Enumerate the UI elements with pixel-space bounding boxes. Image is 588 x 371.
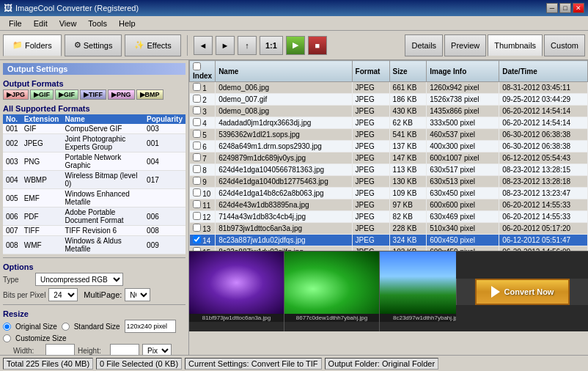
format-gif[interactable]: ▶GIF: [30, 89, 54, 100]
row-format: JPEG: [352, 82, 389, 94]
row-name: 624d4e1dga14b8c62a8b063.jpg: [216, 188, 352, 199]
zoom-icon: 1:1: [265, 41, 277, 50]
row-checkbox[interactable]: [193, 200, 201, 208]
row-date: 06-20-2012 14:54:14: [499, 106, 588, 117]
row-format: JPEG: [352, 106, 389, 117]
format-png[interactable]: ▶PNG: [108, 89, 135, 100]
menu-view[interactable]: View: [54, 18, 83, 29]
row-date: 06-20-2012 05:17:20: [499, 223, 588, 235]
height-input[interactable]: [110, 344, 139, 355]
table-row[interactable]: 1 0demo_006.jpg JPEG 661 KB 1260x942 pix…: [190, 82, 588, 94]
bits-select[interactable]: 24: [48, 288, 78, 301]
table-row[interactable]: 14 8c23a887jw1du02jdfqs.jpg JPEG 324 KB …: [190, 235, 588, 246]
row-size: 186 KB: [389, 94, 427, 106]
effects-icon: ✨: [134, 40, 144, 50]
row-format: JPEG: [352, 94, 389, 106]
col-format-header: Format: [352, 61, 389, 82]
menu-help[interactable]: Help: [113, 18, 142, 29]
format-row[interactable]: 004WBMPWireless Bitmap (level 0)017: [3, 171, 185, 189]
thumb-2[interactable]: 8677c0dew1dthh7ybahj.jpg: [284, 251, 380, 331]
thumb-1[interactable]: 81bf973jw1dttoc6an3a.jpg: [189, 251, 284, 331]
stop-btn[interactable]: ■: [308, 36, 327, 55]
row-imginfo: 600x600 pixel: [427, 199, 499, 211]
format-gif2[interactable]: ▶GIF: [55, 89, 78, 100]
col-name-header: Name: [216, 61, 352, 82]
tab-thumbnails[interactable]: Thumbnails: [488, 34, 543, 56]
table-row[interactable]: 13 81b973jw1dttoc6an3a.jpg JPEG 228 KB 5…: [190, 223, 588, 235]
table-row[interactable]: 9 624d4e1dga1040db12775463.jpg JPEG 130 …: [190, 176, 588, 188]
close-btn[interactable]: ✕: [573, 3, 584, 13]
row-checkbox[interactable]: [193, 142, 201, 150]
menu-tools[interactable]: Tools: [82, 18, 113, 29]
tab-folders[interactable]: 📁 Folders: [3, 34, 62, 56]
row-checkbox[interactable]: [193, 153, 201, 161]
table-row[interactable]: 7 6249879m1dc689jv0ys.jpg JPEG 147 KB 60…: [190, 153, 588, 164]
format-jpg[interactable]: ▶JPG: [3, 89, 29, 100]
row-checkbox[interactable]: [193, 118, 201, 126]
row-checkbox[interactable]: [193, 130, 201, 138]
tab-details[interactable]: Details: [405, 34, 443, 56]
type-select[interactable]: Uncompressed RGB: [35, 273, 123, 286]
table-row[interactable]: 10 624d4e1dga14b8c62a8b063.jpg JPEG 109 …: [190, 188, 588, 199]
format-row[interactable]: 005EMFWindows Enhanced Metafile: [3, 189, 185, 207]
row-date: 06-12-2012 05:54:43: [499, 153, 588, 164]
format-row[interactable]: 003PNGPortable Network Graphic004: [3, 153, 185, 171]
format-tiff[interactable]: ▶TIFF: [80, 89, 106, 100]
thumb-3[interactable]: 8c23d97w1dthh7ybahj.jpg: [380, 251, 456, 331]
tab-preview[interactable]: Preview: [444, 34, 486, 56]
format-row[interactable]: 007TIFFTIFF Revision 6008: [3, 226, 185, 236]
zoom-1to1-btn[interactable]: 1:1: [260, 36, 283, 55]
play-btn[interactable]: ▶: [286, 36, 305, 55]
menu-edit[interactable]: Edit: [28, 18, 54, 29]
menu-file[interactable]: File: [3, 18, 28, 29]
table-row[interactable]: 6 6248a649m1.drm.sops2930.jpg JPEG 137 K…: [190, 141, 588, 153]
table-row[interactable]: 4 4adadad0jm1drqx3663dj.jpg JPEG 62 KB 3…: [190, 117, 588, 129]
table-row[interactable]: 12 7144a43w1db83c4cb4j.jpg JPEG 82 KB 63…: [190, 211, 588, 223]
table-row[interactable]: 2 0demo_007.gif JPEG 186 KB 1526x738 pix…: [190, 94, 588, 106]
format-row[interactable]: 006PDFAdobe Portable Document Format006: [3, 207, 185, 226]
tab-effects[interactable]: ✨ Effects: [125, 34, 180, 56]
format-row[interactable]: 008WMFWindows & Aldus Metafile009: [3, 236, 185, 254]
format-row[interactable]: 001GIFCompuServe GIF003: [3, 124, 185, 134]
row-checkbox[interactable]: [193, 83, 201, 91]
thumb-label-2: 8677c0dew1dthh7ybahj.jpg: [284, 314, 379, 322]
table-row[interactable]: 11 624d4e43w1db83895na.jpg JPEG 97 KB 60…: [190, 199, 588, 211]
row-checkbox[interactable]: [193, 224, 201, 232]
nav-prev-btn[interactable]: ◄: [194, 36, 213, 55]
nav-next-btn[interactable]: ►: [216, 36, 235, 55]
resize-standard-radio[interactable]: [62, 323, 70, 331]
row-checkbox[interactable]: [193, 212, 201, 220]
row-name: 0demo_007.gif: [216, 94, 352, 106]
table-row[interactable]: 8 624d4e1dga1040566781363.jpg JPEG 113 K…: [190, 164, 588, 176]
row-date: 08-23-2012 13:28:18: [499, 176, 588, 188]
maximize-btn[interactable]: □: [559, 3, 571, 13]
pixel-unit-select[interactable]: Pixel: [142, 344, 172, 355]
convert-now-button[interactable]: Convert Now: [475, 279, 570, 305]
resize-custom-radio[interactable]: [3, 334, 11, 342]
file-list-scroll[interactable]: Index Name Format Size Image Info Date/T…: [189, 60, 588, 251]
nav-up-btn[interactable]: ↑: [238, 36, 257, 55]
tab-custom[interactable]: Custom: [544, 34, 585, 56]
row-checkbox[interactable]: [193, 188, 201, 196]
col-no: No.: [3, 114, 21, 124]
row-checkbox[interactable]: [193, 235, 201, 243]
format-row[interactable]: 002JPEGJoint Photographic Experts Group0…: [3, 134, 185, 153]
resize-original-radio[interactable]: [3, 323, 11, 331]
row-checkbox[interactable]: [193, 106, 201, 114]
format-bmp[interactable]: ▶BMP: [136, 89, 163, 100]
standard-size-input[interactable]: [125, 320, 176, 333]
resize-custom-label: Customize Size: [15, 334, 66, 342]
minimize-btn[interactable]: ─: [546, 3, 558, 13]
stop-icon: ■: [315, 41, 320, 50]
table-row[interactable]: 3 0demo_008.jpg JPEG 430 KB 1435x866 pix…: [190, 106, 588, 117]
table-row[interactable]: 5 5396362w1dl21.sops.jpg JPEG 541 KB 460…: [190, 129, 588, 141]
multipage-select[interactable]: NO: [125, 288, 150, 301]
tab-settings[interactable]: ⚙ Settings: [65, 34, 122, 56]
row-checkbox[interactable]: [193, 177, 201, 185]
row-name: 5396362w1dl21.sops.jpg: [216, 129, 352, 141]
left-panel: Output Settings Output Formats ▶JPG ▶GIF…: [0, 60, 189, 355]
row-checkbox[interactable]: [193, 95, 201, 103]
width-input[interactable]: [45, 344, 75, 355]
row-checkbox[interactable]: [193, 165, 201, 173]
select-all-checkbox[interactable]: [193, 62, 201, 70]
